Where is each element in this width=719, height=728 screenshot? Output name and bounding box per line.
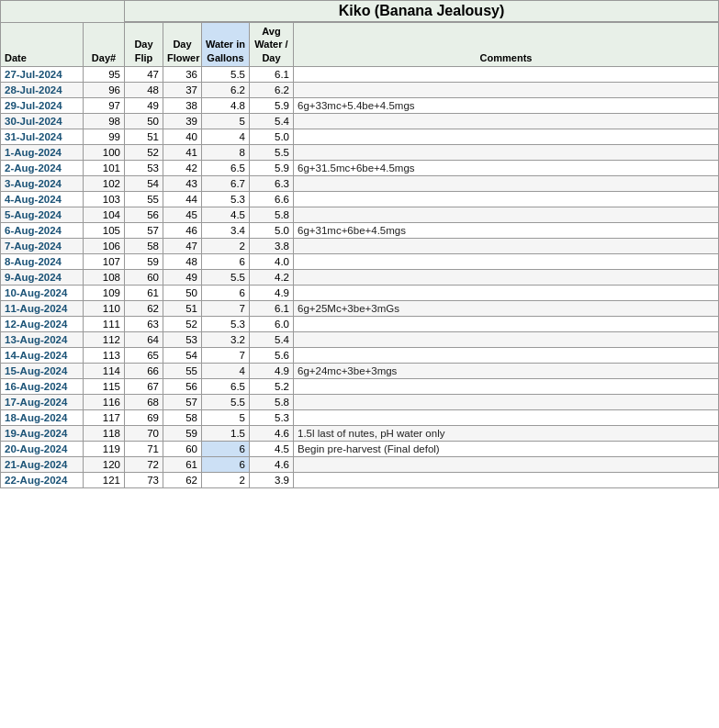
cell-water: 6 [202, 253, 250, 269]
cell-comments [294, 331, 719, 347]
cell-date: 10-Aug-2024 [1, 285, 84, 300]
cell-flower: 45 [163, 207, 202, 222]
cell-comments [294, 378, 719, 394]
cell-day: 95 [84, 66, 125, 82]
cell-flip: 58 [125, 238, 163, 253]
cell-date: 27-Jul-2024 [1, 66, 84, 82]
cell-flip: 59 [125, 253, 163, 269]
cell-avg: 5.9 [250, 97, 294, 113]
cell-flip: 53 [125, 160, 163, 175]
cell-water: 4.8 [202, 97, 250, 113]
cell-day: 114 [84, 363, 125, 378]
cell-water: 6 [202, 285, 250, 300]
cell-comments [294, 113, 719, 129]
table-row: 16-Aug-202411567566.55.2 [1, 378, 719, 394]
cell-comments [294, 472, 719, 487]
cell-date: 31-Jul-2024 [1, 129, 84, 144]
table-row: 27-Jul-20249547365.56.1 [1, 66, 719, 82]
cell-flip: 47 [125, 66, 163, 82]
cell-flower: 53 [163, 331, 202, 347]
cell-avg: 3.9 [250, 472, 294, 487]
col-header-flower: Day Flower [163, 22, 202, 66]
table-row: 15-Aug-2024114665544.96g+24mc+3be+3mgs [1, 363, 719, 378]
cell-water: 3.4 [202, 222, 250, 238]
cell-day: 102 [84, 175, 125, 191]
cell-water: 5.5 [202, 66, 250, 82]
cell-day: 109 [84, 285, 125, 300]
cell-avg: 5.2 [250, 378, 294, 394]
cell-flower: 55 [163, 363, 202, 378]
table-row: 20-Aug-2024119716064.5Begin pre-harvest … [1, 441, 719, 456]
cell-day: 100 [84, 144, 125, 160]
table-row: 11-Aug-2024110625176.16g+25Mc+3be+3mGs [1, 300, 719, 316]
empty-title-cell [1, 1, 125, 23]
cell-flower: 52 [163, 316, 202, 331]
cell-flip: 66 [125, 363, 163, 378]
cell-day: 99 [84, 129, 125, 144]
cell-flower: 43 [163, 175, 202, 191]
cell-flip: 52 [125, 144, 163, 160]
cell-flip: 71 [125, 441, 163, 456]
col-header-date: Date [1, 22, 84, 66]
cell-day: 116 [84, 394, 125, 409]
cell-water: 6.5 [202, 378, 250, 394]
cell-flower: 36 [163, 66, 202, 82]
table-row: 29-Jul-20249749384.85.96g+33mc+5.4be+4.5… [1, 97, 719, 113]
cell-comments [294, 191, 719, 207]
cell-day: 96 [84, 82, 125, 97]
cell-avg: 4.9 [250, 363, 294, 378]
table-row: 14-Aug-2024113655475.6 [1, 347, 719, 363]
cell-avg: 6.1 [250, 300, 294, 316]
cell-avg: 6.1 [250, 66, 294, 82]
cell-avg: 4.5 [250, 441, 294, 456]
cell-flower: 56 [163, 378, 202, 394]
table-row: 4-Aug-202410355445.36.6 [1, 191, 719, 207]
cell-comments: 6g+25Mc+3be+3mGs [294, 300, 719, 316]
cell-flower: 37 [163, 82, 202, 97]
col-header-flip: Day Flip [125, 22, 163, 66]
main-container: Kiko (Banana Jealousy) Date Day# Day Fli… [0, 0, 719, 488]
cell-comments [294, 66, 719, 82]
cell-date: 11-Aug-2024 [1, 300, 84, 316]
cell-comments [294, 316, 719, 331]
cell-flower: 61 [163, 456, 202, 472]
table-row: 18-Aug-2024117695855.3 [1, 409, 719, 425]
col-header-day: Day# [84, 22, 125, 66]
cell-avg: 4.6 [250, 425, 294, 441]
cell-comments: 6g+33mc+5.4be+4.5mgs [294, 97, 719, 113]
cell-date: 12-Aug-2024 [1, 316, 84, 331]
cell-water: 7 [202, 347, 250, 363]
cell-flower: 48 [163, 253, 202, 269]
cell-flower: 40 [163, 129, 202, 144]
cell-comments [294, 394, 719, 409]
table-title: Kiko (Banana Jealousy) [125, 1, 719, 23]
cell-flip: 57 [125, 222, 163, 238]
cell-flip: 73 [125, 472, 163, 487]
cell-water: 5.3 [202, 316, 250, 331]
cell-day: 104 [84, 207, 125, 222]
table-row: 5-Aug-202410456454.55.8 [1, 207, 719, 222]
cell-avg: 4.0 [250, 253, 294, 269]
cell-avg: 5.3 [250, 409, 294, 425]
cell-water: 8 [202, 144, 250, 160]
cell-comments [294, 175, 719, 191]
col-header-comments: Comments [294, 22, 719, 66]
cell-day: 105 [84, 222, 125, 238]
table-row: 21-Aug-2024120726164.6 [1, 456, 719, 472]
cell-water: 4 [202, 129, 250, 144]
cell-flower: 41 [163, 144, 202, 160]
cell-date: 3-Aug-2024 [1, 175, 84, 191]
table-row: 17-Aug-202411668575.55.8 [1, 394, 719, 409]
cell-water: 5.5 [202, 269, 250, 285]
cell-water: 6 [202, 456, 250, 472]
table-row: 8-Aug-2024107594864.0 [1, 253, 719, 269]
col-header-water: Water in Gallons [202, 22, 250, 66]
cell-day: 110 [84, 300, 125, 316]
cell-avg: 4.9 [250, 285, 294, 300]
cell-flip: 56 [125, 207, 163, 222]
cell-flower: 44 [163, 191, 202, 207]
table-row: 31-Jul-202499514045.0 [1, 129, 719, 144]
cell-day: 117 [84, 409, 125, 425]
cell-flip: 51 [125, 129, 163, 144]
cell-day: 113 [84, 347, 125, 363]
